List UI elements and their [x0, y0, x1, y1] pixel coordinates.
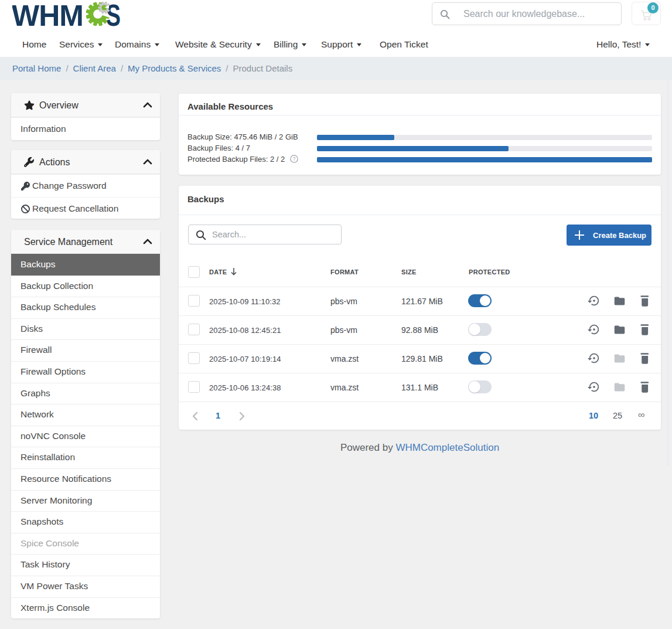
- svg-text:?: ?: [292, 156, 295, 162]
- svg-text:WHM: WHM: [12, 2, 83, 28]
